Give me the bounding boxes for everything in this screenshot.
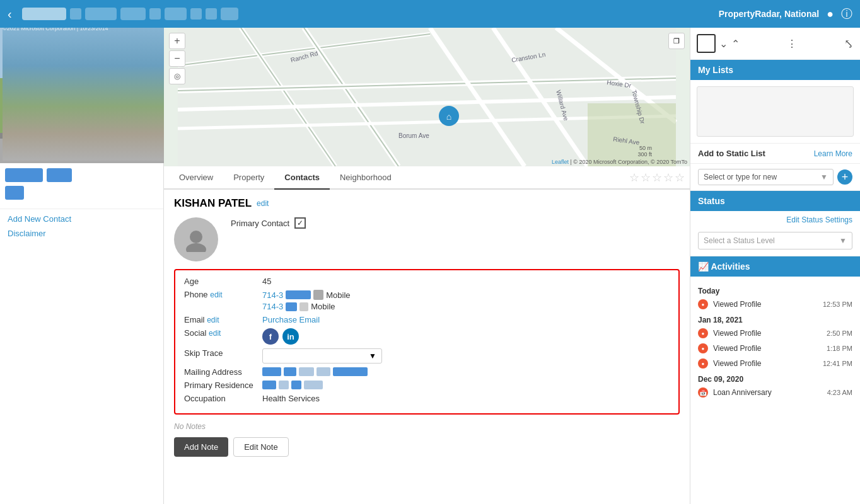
email-edit-link[interactable]: edit bbox=[207, 316, 219, 324]
map-scale: 50 m 300 ft bbox=[637, 145, 652, 158]
sidebar-block-3[interactable] bbox=[5, 186, 24, 200]
tab-property[interactable]: Property bbox=[223, 166, 274, 190]
nav-tab-3[interactable] bbox=[120, 8, 146, 20]
center-panel: Ranch Rd Cranston Ln Willard Ave Borum A… bbox=[164, 28, 690, 504]
add-new-contact-link[interactable]: Add New Contact bbox=[8, 214, 156, 224]
activity-time-dec09-1: 4:23 AM bbox=[827, 389, 852, 396]
activities-label: Activities bbox=[711, 261, 750, 272]
svg-text:⌂: ⌂ bbox=[446, 112, 451, 122]
phone-row: Phone edit 714-3 Mobile 714-3 bbox=[184, 290, 670, 311]
star-3[interactable]: ☆ bbox=[652, 171, 662, 185]
select-placeholder: Select or type for new bbox=[704, 173, 777, 181]
tab-neighborhood[interactable]: Neighborhood bbox=[330, 166, 402, 190]
sidebar-block-2[interactable] bbox=[47, 168, 72, 182]
location-button[interactable]: ◎ bbox=[169, 68, 185, 84]
my-lists-label: My Lists bbox=[698, 65, 733, 75]
occupation-row: Occupation Health Services bbox=[184, 394, 670, 403]
square-button[interactable] bbox=[697, 34, 716, 53]
primary-residence-label: Primary Residence bbox=[184, 381, 260, 390]
add-to-list-button[interactable]: + bbox=[837, 169, 852, 185]
facebook-icon[interactable]: f bbox=[262, 328, 279, 345]
my-lists-header: My Lists bbox=[690, 60, 860, 80]
phone-type-2: Mobile bbox=[311, 302, 335, 311]
status-label: Status bbox=[698, 196, 725, 206]
notes-section: No Notes bbox=[174, 422, 680, 431]
zoom-in-button[interactable]: + bbox=[169, 33, 185, 49]
edit-note-button[interactable]: Edit Note bbox=[233, 437, 288, 457]
star-5[interactable]: ☆ bbox=[675, 171, 685, 185]
addr-block-1 bbox=[262, 367, 281, 376]
skip-trace-select[interactable]: ▼ bbox=[262, 348, 382, 364]
disclaimer-link[interactable]: Disclaimer bbox=[8, 229, 156, 238]
nav-tab-sq-2[interactable] bbox=[149, 8, 161, 20]
leaflet-link[interactable]: Leaflet bbox=[552, 159, 569, 165]
phone-type-1: Mobile bbox=[326, 290, 350, 300]
chevron-up-icon[interactable]: ⌃ bbox=[731, 38, 740, 50]
tab-overview[interactable]: Overview bbox=[169, 166, 223, 190]
sidebar-controls bbox=[0, 163, 163, 209]
phone-number-1[interactable]: 714-3 bbox=[262, 290, 283, 300]
social-label: Social edit bbox=[184, 328, 260, 338]
viewed-profile-icon-4: ● bbox=[698, 358, 708, 369]
tab-contacts[interactable]: Contacts bbox=[274, 166, 330, 190]
social-edit-link[interactable]: edit bbox=[209, 329, 221, 338]
zoom-out-button[interactable]: − bbox=[169, 50, 185, 67]
purchase-email-link[interactable]: Purchase Email bbox=[262, 315, 320, 324]
primary-residence-value bbox=[262, 381, 323, 389]
map-container: Ranch Rd Cranston Ln Willard Ave Borum A… bbox=[164, 28, 690, 166]
star-4[interactable]: ☆ bbox=[663, 171, 673, 185]
chevron-down-icon[interactable]: ⌄ bbox=[719, 38, 728, 50]
addr-block-2 bbox=[284, 367, 296, 376]
occupation-value: Health Services bbox=[262, 394, 320, 403]
share-button[interactable]: ⋮ bbox=[787, 38, 797, 50]
activity-text-jan18-3: Viewed Profile bbox=[713, 359, 818, 368]
activities-header: 📈 Activities bbox=[690, 256, 860, 277]
avatar bbox=[174, 217, 218, 261]
photo-copyright: ©2021 Microsoft Corporation | 10/23/2014 bbox=[3, 28, 164, 161]
activity-item: ● Viewed Profile 1:18 PM bbox=[698, 342, 852, 355]
star-2[interactable]: ☆ bbox=[641, 171, 651, 185]
mailing-address-label: Mailing Address bbox=[184, 367, 260, 377]
phone-edit-link[interactable]: edit bbox=[210, 290, 222, 299]
nav-tab-1[interactable] bbox=[22, 8, 66, 20]
nav-tab-5[interactable] bbox=[221, 8, 238, 20]
contact-edit-link[interactable]: edit bbox=[257, 199, 269, 208]
edit-status-settings-link[interactable]: Edit Status Settings bbox=[786, 215, 852, 224]
nav-tab-2[interactable] bbox=[85, 8, 117, 20]
share-icon[interactable]: ⤣ bbox=[844, 37, 854, 50]
phone-values: 714-3 Mobile 714-3 Mobile bbox=[262, 290, 351, 311]
help-icon[interactable]: ⓘ bbox=[841, 6, 852, 21]
mailing-address-value bbox=[262, 367, 368, 376]
nav-tab-sq-3[interactable] bbox=[190, 8, 202, 20]
nav-tab-4[interactable] bbox=[165, 8, 187, 20]
status-section: Status Edit Status Settings Select a Sta… bbox=[690, 191, 860, 256]
status-level-select[interactable]: Select a Status Level ▼ bbox=[698, 232, 852, 249]
res-block-1 bbox=[262, 381, 276, 389]
user-icon[interactable]: ● bbox=[827, 8, 834, 21]
sidebar-block-1[interactable] bbox=[5, 168, 43, 182]
activity-text-today-1: Viewed Profile bbox=[713, 300, 818, 309]
nav-tab-sq-1[interactable] bbox=[70, 8, 81, 20]
fullscreen-button[interactable]: ❐ bbox=[668, 33, 685, 49]
my-lists-content bbox=[690, 80, 860, 144]
learn-more-link[interactable]: Learn More bbox=[814, 149, 852, 158]
activity-time-today-1: 12:53 PM bbox=[823, 301, 852, 308]
back-button[interactable]: ‹ bbox=[8, 7, 12, 21]
viewed-profile-icon: ● bbox=[698, 299, 708, 309]
activity-text-dec09-1: Loan Anniversary bbox=[713, 388, 822, 397]
addr-block-3 bbox=[299, 367, 314, 376]
nav-tab-sq-4[interactable] bbox=[206, 8, 217, 20]
phone-label: Phone edit bbox=[184, 290, 260, 299]
viewed-profile-icon-2: ● bbox=[698, 328, 708, 338]
activities-icon: 📈 bbox=[698, 261, 711, 272]
email-value: Purchase Email bbox=[262, 315, 320, 324]
sidebar-row-1 bbox=[5, 168, 158, 182]
linkedin-icon[interactable]: in bbox=[282, 328, 299, 345]
primary-contact-label: Primary Contact ✓ bbox=[231, 217, 306, 229]
phone-type-icon-2 bbox=[299, 302, 308, 311]
contact-body: Primary Contact ✓ bbox=[174, 217, 680, 261]
add-note-button[interactable]: Add Note bbox=[174, 437, 228, 457]
list-select-input[interactable]: Select or type for new ▼ bbox=[698, 169, 834, 185]
star-1[interactable]: ☆ bbox=[629, 171, 639, 185]
phone-number-2[interactable]: 714-3 bbox=[262, 302, 283, 311]
